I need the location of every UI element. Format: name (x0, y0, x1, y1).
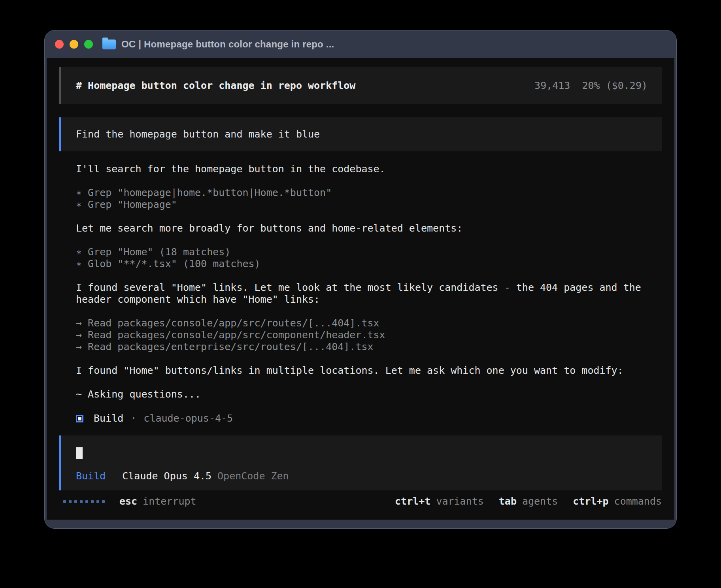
shortcut-label: commands (614, 496, 662, 507)
minimize-button[interactable] (70, 40, 78, 49)
assistant-text-line: I found several "Home" links. Let me loo… (76, 282, 662, 294)
user-message: Find the homepage button and make it blu… (59, 117, 662, 151)
assistant-text: I found several "Home" links. Let me loo… (76, 282, 662, 305)
spinner-dot (91, 500, 94, 503)
tool-call-group: → Read packages/console/app/src/routes/[… (76, 317, 662, 353)
session-header: # Homepage button color change in repo w… (59, 67, 662, 104)
shortcut-interrupt: esc interrupt (119, 496, 196, 507)
spinner-dot (102, 500, 105, 503)
agent-model: claude-opus-4-5 (143, 413, 233, 424)
input-status-line: Build Claude Opus 4.5 OpenCode Zen (76, 470, 647, 482)
tool-call-line: → Read packages/enterprise/src/routes/[.… (76, 341, 662, 353)
status-bar-right: ctrl+tvariantstabagentsctrl+pcommands (395, 496, 662, 507)
model-name: Claude Opus 4.5 (122, 470, 211, 482)
shortcut-agents: tabagents (499, 496, 558, 507)
spinner-dot (74, 500, 77, 503)
shortcut-commands: ctrl+pcommands (573, 496, 662, 507)
tool-call-line: → Read packages/console/app/src/routes/[… (76, 317, 662, 329)
folder-icon (102, 40, 116, 49)
assistant-text: I found "Home" buttons/links in multiple… (76, 365, 662, 377)
zoom-button[interactable] (84, 40, 93, 49)
shortcut-label: interrupt (143, 496, 196, 507)
assistant-text: ~ Asking questions... (76, 388, 662, 400)
assistant-text: I'll search for the homepage button in t… (76, 163, 662, 175)
shortcut-key: esc (119, 496, 137, 507)
model-provider: OpenCode Zen (217, 470, 289, 482)
assistant-text-line: header component which have "Home" links… (76, 294, 662, 305)
title-bar: OC | Homepage button color change in rep… (45, 30, 676, 58)
agent-status-line: Build · claude-opus-4-5 (76, 413, 662, 424)
assistant-text: Let me search more broadly for buttons a… (76, 222, 662, 234)
agent-separator: · (130, 413, 136, 424)
traffic-lights (55, 40, 93, 49)
shortcut-label: variants (436, 496, 483, 507)
spinner-dot (63, 500, 66, 503)
session-stats: 39,413 20% ($0.29) (534, 80, 647, 92)
tool-call-group: ∗ Grep "Home" (18 matches)∗ Glob "**/*.t… (76, 246, 662, 270)
agent-build-icon (76, 415, 83, 422)
assistant-text-line: Let me search more broadly for buttons a… (76, 222, 662, 234)
user-message-text: Find the homepage button and make it blu… (76, 128, 320, 140)
mode-label: Build (76, 470, 106, 482)
agent-name: Build (94, 413, 123, 424)
assistant-text-line: ~ Asking questions... (76, 388, 662, 400)
terminal-window: OC | Homepage button color change in rep… (44, 30, 677, 529)
assistant-text-line: I found "Home" buttons/links in multiple… (76, 365, 662, 377)
context-usage: 20% ($0.29) (582, 80, 647, 92)
text-cursor (76, 447, 83, 459)
status-bar-left: esc interrupt (63, 496, 196, 507)
desktop: { "window": { "title": "OC | Homepage bu… (0, 0, 721, 588)
tool-call-line: ∗ Grep "Home" (18 matches) (76, 246, 662, 258)
token-count: 39,413 (534, 80, 570, 92)
spinner-dot (69, 500, 72, 503)
session-title: # Homepage button color change in repo w… (76, 80, 355, 92)
status-bar: esc interrupt ctrl+tvariantstabagentsctr… (59, 496, 662, 507)
tool-call-line: ∗ Grep "homepage|home.*button|Home.*butt… (76, 187, 662, 199)
tool-call-line: ∗ Glob "**/*.tsx" (100 matches) (76, 258, 662, 270)
shortcut-key: ctrl+t (395, 496, 430, 507)
shortcut-variants: ctrl+tvariants (395, 496, 484, 507)
spinner-dot (80, 500, 83, 503)
spinner-dot (96, 500, 99, 503)
assistant-messages: I'll search for the homepage button in t… (59, 163, 662, 400)
tool-call-line: → Read packages/console/app/src/componen… (76, 329, 662, 341)
assistant-text-line: I'll search for the homepage button in t… (76, 163, 662, 175)
window-title: OC | Homepage button color change in rep… (121, 39, 334, 50)
tool-call-group: ∗ Grep "homepage|home.*button|Home.*butt… (76, 187, 662, 211)
spinner-dot (85, 500, 88, 503)
terminal-content: # Homepage button color change in repo w… (47, 58, 674, 520)
shortcut-key: tab (499, 496, 517, 507)
prompt-input[interactable]: Build Claude Opus 4.5 OpenCode Zen (59, 435, 662, 490)
working-spinner (63, 500, 105, 503)
shortcut-key: ctrl+p (573, 496, 608, 507)
close-button[interactable] (55, 40, 64, 49)
tool-call-line: ∗ Grep "Homepage" (76, 199, 662, 211)
shortcut-label: agents (522, 496, 558, 507)
